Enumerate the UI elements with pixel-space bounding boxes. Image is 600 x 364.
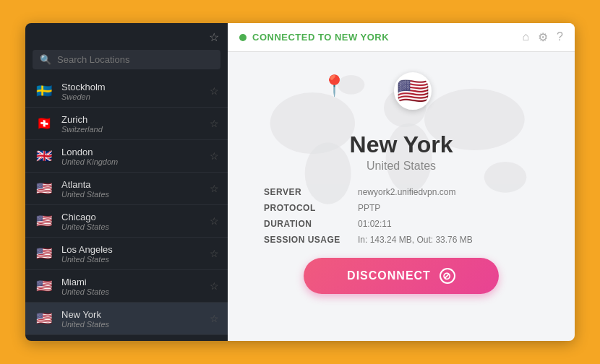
city-new-york: New York — [61, 309, 210, 320]
item-text-new-york: New York United States — [61, 309, 210, 329]
duration-value: 01:02:11 — [358, 219, 392, 229]
flag-miami: 🇺🇸 — [34, 276, 54, 296]
star-miami[interactable]: ☆ — [210, 280, 219, 292]
protocol-label: PROTOCOL — [264, 203, 358, 213]
server-label: SERVER — [264, 187, 358, 197]
item-text-chicago: Chicago United States — [61, 212, 210, 231]
favorites-icon[interactable]: ☆ — [209, 30, 219, 44]
status-text: CONNECTED TO NEW YORK — [252, 32, 516, 43]
city-los-angeles: Los Angeles — [61, 244, 210, 255]
duration-label: DURATION — [264, 219, 358, 229]
city-name: New York — [350, 131, 453, 158]
protocol-row: PROTOCOL PPTP — [264, 200, 539, 216]
server-value: newyork2.unifiedvpn.com — [358, 187, 455, 197]
session-label: SESSION USAGE — [264, 235, 358, 245]
star-zurich[interactable]: ☆ — [210, 118, 219, 129]
flag-los-angeles: 🇺🇸 — [34, 243, 54, 264]
server-row: SERVER newyork2.unifiedvpn.com — [264, 184, 539, 200]
no-entry-icon: ⊘ — [440, 268, 455, 284]
flag-circle: 🇺🇸 — [394, 72, 432, 110]
country-miami: United States — [61, 287, 210, 296]
duration-row: DURATION 01:02:11 — [264, 216, 539, 232]
list-item-new-york[interactable]: 🇺🇸 New York United States ☆ — [25, 303, 228, 335]
session-row: SESSION USAGE In: 143.24 MB, Out: 33.76 … — [264, 232, 539, 248]
star-new-york[interactable]: ☆ — [210, 313, 219, 324]
info-table: SERVER newyork2.unifiedvpn.com PROTOCOL … — [264, 184, 539, 248]
item-text-atlanta: Atlanta United States — [61, 179, 210, 199]
search-bar: 🔍 — [33, 50, 220, 69]
flag-atlanta: 🇺🇸 — [34, 178, 54, 199]
country-london: United Kingdom — [61, 157, 210, 166]
city-stockholm: Stockholm — [61, 82, 210, 92]
status-dot — [239, 34, 247, 41]
list-item-atlanta[interactable]: 🇺🇸 Atlanta United States ☆ — [25, 173, 228, 205]
country-stockholm: Sweden — [61, 92, 210, 101]
city-london: London — [61, 147, 210, 157]
city-chicago: Chicago — [61, 212, 210, 222]
item-text-miami: Miami United States — [61, 277, 210, 296]
flag-chicago: 🇺🇸 — [34, 211, 54, 231]
star-atlanta[interactable]: ☆ — [210, 183, 219, 194]
disconnect-button[interactable]: DISCONNECT ⊘ — [304, 258, 499, 294]
item-text-zurich: Zurich Switzerland — [61, 114, 210, 134]
top-bar: CONNECTED TO NEW YORK ⌂ ⚙ ? — [228, 23, 575, 52]
list-item-zurich[interactable]: 🇨🇭 Zurich Switzerland ☆ — [25, 108, 228, 140]
protocol-value: PPTP — [358, 203, 380, 213]
home-icon[interactable]: ⌂ — [522, 30, 529, 44]
sidebar-list: 🇸🇪 Stockholm Sweden ☆ 🇨🇭 Zurich Switzerl… — [25, 75, 228, 341]
list-item-london[interactable]: 🇬🇧 London United Kingdom ☆ — [25, 140, 228, 173]
search-input[interactable] — [57, 54, 213, 65]
country-name: United States — [350, 160, 453, 173]
item-text-london: London United Kingdom — [61, 147, 210, 166]
settings-icon[interactable]: ⚙ — [538, 30, 548, 44]
help-icon[interactable]: ? — [557, 30, 563, 44]
flag-london: 🇬🇧 — [34, 146, 54, 166]
star-chicago[interactable]: ☆ — [210, 215, 219, 227]
city-atlanta: Atlanta — [61, 179, 210, 190]
content-area: 📍 🇺🇸 New York United States SERVER newyo… — [228, 52, 575, 341]
search-icon: 🔍 — [40, 54, 51, 65]
country-atlanta: United States — [61, 190, 210, 199]
country-zurich: Switzerland — [61, 125, 210, 134]
sidebar: ☆ 🔍 🇸🇪 Stockholm Sweden ☆ 🇨🇭 Zurich Swit… — [25, 23, 228, 341]
list-item-san-jose[interactable]: 🇺🇸 San Jose United States ☆ — [25, 335, 228, 341]
list-item-chicago[interactable]: 🇺🇸 Chicago United States ☆ — [25, 205, 228, 238]
star-los-angeles[interactable]: ☆ — [210, 248, 219, 259]
disconnect-area: DISCONNECT ⊘ — [304, 248, 499, 307]
list-item-los-angeles[interactable]: 🇺🇸 Los Angeles United States ☆ — [25, 238, 228, 270]
country-los-angeles: United States — [61, 255, 210, 264]
flag-new-york: 🇺🇸 — [34, 308, 54, 329]
list-item-miami[interactable]: 🇺🇸 Miami United States ☆ — [25, 270, 228, 303]
location-info: New York United States — [350, 131, 453, 173]
flag-stockholm: 🇸🇪 — [34, 81, 54, 101]
sidebar-header: ☆ — [25, 23, 228, 50]
session-value: In: 143.24 MB, Out: 33.76 MB — [358, 235, 473, 245]
star-london[interactable]: ☆ — [210, 150, 219, 162]
list-item-stockholm[interactable]: 🇸🇪 Stockholm Sweden ☆ — [25, 75, 228, 108]
disconnect-label: DISCONNECT — [347, 269, 431, 282]
city-miami: Miami — [61, 277, 210, 287]
main-panel: CONNECTED TO NEW YORK ⌂ ⚙ ? — [228, 23, 575, 341]
item-text-stockholm: Stockholm Sweden — [61, 82, 210, 101]
svg-point-0 — [270, 92, 355, 154]
app-window: ☆ 🔍 🇸🇪 Stockholm Sweden ☆ 🇨🇭 Zurich Swit… — [25, 23, 575, 341]
country-chicago: United States — [61, 222, 210, 231]
star-stockholm[interactable]: ☆ — [210, 85, 219, 97]
item-text-los-angeles: Los Angeles United States — [61, 244, 210, 264]
country-new-york: United States — [61, 320, 210, 329]
city-zurich: Zurich — [61, 114, 210, 125]
location-pin: 📍 — [322, 74, 347, 98]
flag-zurich: 🇨🇭 — [34, 113, 54, 134]
top-icons: ⌂ ⚙ ? — [522, 30, 563, 44]
